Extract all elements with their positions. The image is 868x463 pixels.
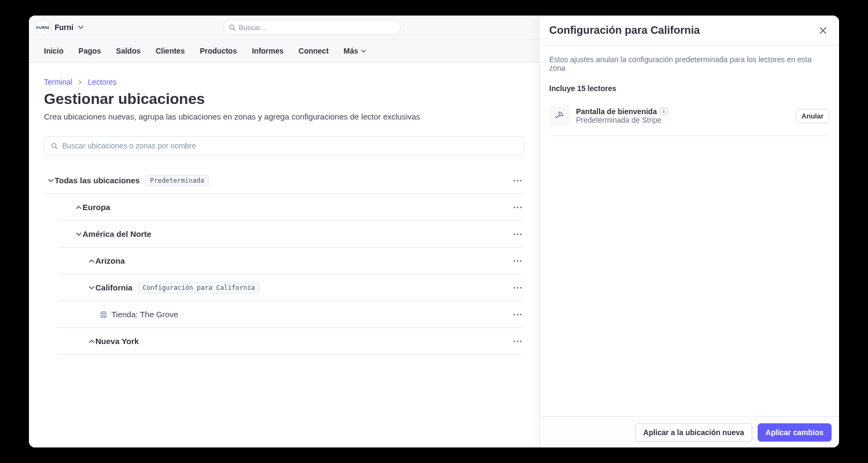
- nav-inicio[interactable]: Inicio: [44, 47, 64, 55]
- tree-europe-label: Europa: [83, 203, 110, 212]
- svg-point-6: [520, 180, 521, 181]
- chevron-down-icon: [88, 285, 95, 291]
- svg-point-7: [513, 206, 515, 208]
- app-frame: FURNI Furni Buscar... Inicio Pagos Saldo…: [29, 16, 839, 447]
- nav-pagos[interactable]: Pagos: [79, 47, 101, 55]
- chevron-down-icon: [47, 177, 55, 184]
- brand-name: Furni: [55, 23, 73, 32]
- chevron-up-icon: [88, 338, 95, 345]
- nav-more[interactable]: Más: [343, 47, 366, 55]
- tree-row-all[interactable]: Todas las ubicaciones Predeterminada: [44, 167, 524, 194]
- breadcrumb-terminal[interactable]: Terminal: [44, 78, 72, 86]
- more-icon[interactable]: [511, 338, 524, 345]
- svg-point-16: [513, 287, 515, 288]
- content: Terminal Lectores Gestionar ubicaciones …: [29, 63, 539, 447]
- nav-clientes[interactable]: Clientes: [155, 47, 184, 55]
- svg-point-15: [520, 260, 521, 262]
- svg-line-1: [233, 28, 235, 30]
- tree-grove-label: Tienda: The Grove: [111, 310, 178, 319]
- tree-row-california[interactable]: California Configuración para California: [58, 274, 524, 301]
- tree-na-label: América del Norte: [83, 229, 151, 238]
- apply-changes-button[interactable]: Aplicar cambios: [758, 423, 832, 442]
- svg-point-11: [517, 233, 518, 235]
- nav-connect[interactable]: Connect: [298, 47, 328, 55]
- nav-more-label: Más: [343, 47, 358, 55]
- svg-point-19: [513, 313, 515, 315]
- apply-new-location-button[interactable]: Aplicar a la ubicación nueva: [635, 423, 752, 442]
- tree-row-grove[interactable]: Tienda: The Grove: [58, 301, 524, 328]
- more-icon[interactable]: [511, 177, 524, 184]
- panel-header: Configuración para California: [540, 16, 839, 46]
- panel-footer: Aplicar a la ubicación nueva Aplicar cam…: [540, 416, 839, 447]
- svg-point-5: [517, 180, 518, 181]
- info-icon[interactable]: i: [660, 108, 668, 115]
- nav-productos[interactable]: Productos: [200, 47, 237, 55]
- panel-description: Estos ajustes anulan la configuración pr…: [549, 55, 829, 72]
- svg-point-17: [517, 287, 518, 288]
- nav-informes[interactable]: Informes: [252, 47, 283, 55]
- nav-saldos[interactable]: Saldos: [116, 47, 141, 55]
- svg-point-9: [520, 206, 521, 208]
- chevron-down-icon: [78, 24, 84, 31]
- search-wrap: Buscar...: [91, 20, 533, 35]
- tree-all-label: Todas las ubicaciones: [55, 176, 140, 185]
- panel-subtitle: Incluye 15 lectores: [549, 84, 829, 93]
- breadcrumb: Terminal Lectores: [44, 78, 524, 86]
- svg-point-10: [513, 233, 515, 235]
- setting-splash-screen: Pantalla de bienvenida i Predeterminada …: [549, 100, 829, 136]
- main-column: FURNI Furni Buscar... Inicio Pagos Saldo…: [29, 16, 539, 447]
- search-icon: [51, 143, 58, 150]
- svg-point-4: [513, 180, 515, 181]
- navbar: Inicio Pagos Saldos Clientes Productos I…: [29, 39, 539, 63]
- tree-arizona-label: Arizona: [95, 256, 125, 265]
- chevron-right-icon: [78, 80, 83, 85]
- close-icon[interactable]: [817, 24, 829, 37]
- chevron-up-icon: [88, 258, 95, 264]
- rocket-icon: [549, 106, 570, 126]
- svg-point-22: [513, 340, 515, 342]
- topbar: FURNI Furni Buscar...: [29, 16, 539, 39]
- svg-point-18: [520, 287, 521, 288]
- account-switcher[interactable]: FURNI Furni: [35, 20, 84, 35]
- side-panel: Configuración para California Estos ajus…: [539, 16, 839, 447]
- more-icon[interactable]: [511, 258, 524, 264]
- more-icon[interactable]: [511, 311, 524, 318]
- page-subtitle: Crea ubicaciones nuevas, agrupa las ubic…: [44, 112, 524, 121]
- svg-point-8: [517, 206, 518, 208]
- default-badge: Predeterminada: [145, 175, 209, 186]
- setting-title-text: Pantalla de bienvenida: [576, 107, 657, 116]
- svg-point-13: [513, 260, 515, 262]
- svg-point-24: [520, 340, 521, 342]
- panel-body: Estos ajustes anulan la configuración pr…: [540, 46, 839, 416]
- chevron-up-icon: [75, 204, 83, 211]
- svg-point-20: [517, 313, 518, 315]
- location-filter-input[interactable]: Buscar ubicaciones o zonas por nombre: [44, 136, 524, 155]
- svg-point-14: [517, 260, 518, 262]
- more-icon[interactable]: [511, 231, 524, 237]
- more-icon[interactable]: [511, 204, 524, 211]
- location-filter-placeholder: Buscar ubicaciones o zonas por nombre: [62, 141, 196, 150]
- tree-row-europe[interactable]: Europa: [58, 194, 524, 221]
- panel-title: Configuración para California: [549, 24, 817, 36]
- chevron-down-icon: [75, 231, 83, 237]
- tree-ny-label: Nueva York: [95, 337, 139, 346]
- tree-row-na[interactable]: América del Norte: [58, 221, 524, 248]
- config-badge: Configuración para California: [138, 282, 260, 294]
- store-icon: [100, 311, 107, 318]
- tree-california-label: California: [95, 283, 132, 292]
- search-placeholder: Buscar...: [239, 24, 266, 32]
- svg-point-21: [520, 313, 521, 315]
- svg-point-23: [517, 340, 518, 342]
- more-icon[interactable]: [511, 285, 524, 291]
- override-button[interactable]: Anular: [796, 109, 829, 123]
- brand-logo: FURNI: [35, 20, 50, 35]
- search-icon: [229, 24, 236, 31]
- page-title: Gestionar ubicaciones: [44, 91, 524, 108]
- tree-row-arizona[interactable]: Arizona: [58, 248, 524, 274]
- setting-subtitle: Predeterminada de Stripe: [576, 116, 789, 124]
- svg-point-12: [520, 233, 521, 235]
- tree-row-ny[interactable]: Nueva York: [58, 328, 524, 355]
- chevron-down-icon: [361, 48, 366, 54]
- breadcrumb-lectores[interactable]: Lectores: [88, 78, 117, 86]
- search-input[interactable]: Buscar...: [223, 20, 401, 35]
